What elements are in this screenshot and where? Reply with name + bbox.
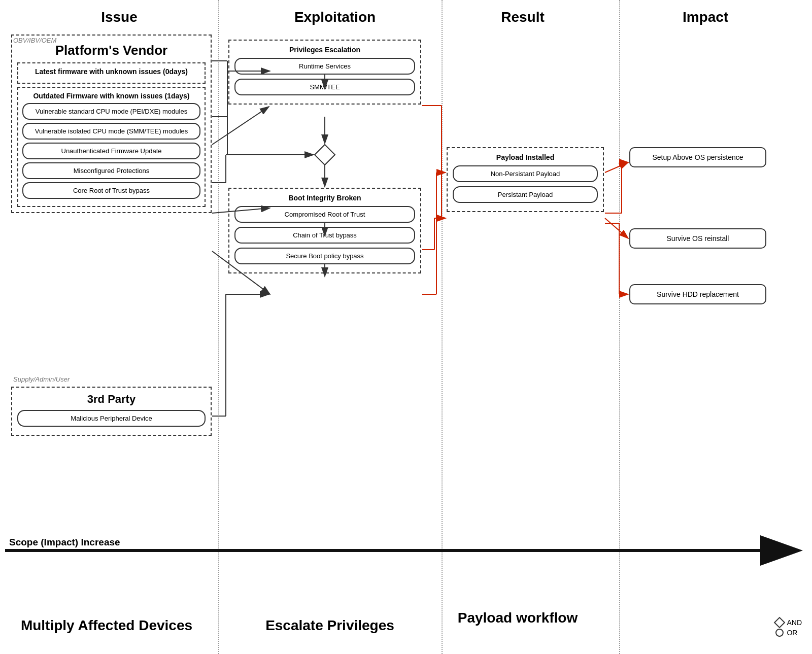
platform-vendor-box: Platform's Vendor Latest firmware with u…: [11, 35, 212, 213]
secure-boot-box: Secure Boot policy bypass: [234, 248, 415, 264]
survive-hdd-box: Survive HDD replacement: [629, 284, 766, 304]
payload-installed-section: Payload Installed Non-Persistant Payload…: [447, 147, 604, 212]
diagram-container: Issue Exploitation Result Impact OBV/IBV…: [0, 0, 812, 654]
multiply-label: Multiply Affected Devices: [10, 617, 203, 634]
divider-1: [218, 0, 219, 654]
boot-integrity-title: Boot Integrity Broken: [234, 194, 415, 202]
non-persistant-box: Non-Persistant Payload: [453, 165, 598, 182]
smm-tee-box: SMM/TEE: [234, 79, 415, 95]
privileges-section: Privileges Escalation Runtime Services S…: [228, 40, 421, 105]
payload-installed-title: Payload Installed: [453, 153, 598, 161]
item-unauth-fw: Unauthenticated Firmware Update: [22, 143, 200, 159]
item-vulnerable-iso: Vulnerable isolated CPU mode (SMM/TEE) m…: [22, 123, 200, 140]
persistant-to-survive-os: [605, 218, 628, 238]
and-diamond: [315, 145, 335, 165]
divider-2: [442, 0, 443, 654]
item-core-rot: Core Root of Trust bypass: [22, 182, 200, 199]
item-vulnerable-std: Vulnerable standard CPU mode (PEI/DXE) m…: [22, 103, 200, 120]
vuln-iso-to-smm: [212, 107, 269, 145]
third-party-box: 3rd Party Malicious Peripheral Device: [11, 387, 212, 436]
compromised-rot-box: Compromised Root of Trust: [234, 206, 415, 223]
outdated-firmware-title: Outdated Firmware with known issues (1da…: [22, 92, 200, 100]
and-diamond-icon: [774, 617, 786, 629]
and-label: AND: [787, 618, 802, 627]
survive-os-box: Survive OS reinstall: [629, 228, 766, 249]
privileges-title: Privileges Escalation: [234, 46, 415, 54]
outdated-firmware-box: Outdated Firmware with known issues (1da…: [17, 87, 206, 207]
third-party-title: 3rd Party: [17, 393, 206, 406]
or-label: OR: [787, 629, 797, 637]
item-misconfig: Misconfigured Protections: [22, 162, 200, 179]
and-legend-item: AND: [775, 618, 802, 627]
latest-firmware-title: Latest firmware with unknown issues (0da…: [22, 67, 200, 76]
divider-3: [619, 0, 620, 654]
result-header: Result: [452, 9, 594, 25]
or-legend-item: OR: [775, 629, 802, 637]
exploitation-header: Exploitation: [239, 9, 431, 25]
platform-vendor-title: Platform's Vendor: [17, 43, 206, 58]
non-persistant-to-setup: [605, 162, 628, 173]
item-malicious-peripheral: Malicious Peripheral Device: [17, 410, 206, 427]
chain-of-trust-box: Chain of Trust bypass: [234, 227, 415, 244]
latest-firmware-box: Latest firmware with unknown issues (0da…: [17, 62, 206, 84]
runtime-services-box: Runtime Services: [234, 58, 415, 75]
impact-header: Impact: [629, 9, 782, 25]
issue-header: Issue: [30, 9, 208, 25]
persistant-box: Persistant Payload: [453, 186, 598, 203]
supply-label: Supply/Admin/User: [13, 375, 70, 383]
scope-label: Scope (Impact) Increase: [9, 537, 120, 548]
boot-integrity-section: Boot Integrity Broken Compromised Root o…: [228, 188, 421, 273]
or-circle-icon: [775, 629, 784, 637]
escalate-label: Escalate Privileges: [233, 617, 426, 634]
legend: AND OR: [775, 618, 802, 639]
payload-label: Payload workflow: [442, 610, 594, 626]
setup-above-os-box: Setup Above OS persistence: [629, 147, 766, 167]
